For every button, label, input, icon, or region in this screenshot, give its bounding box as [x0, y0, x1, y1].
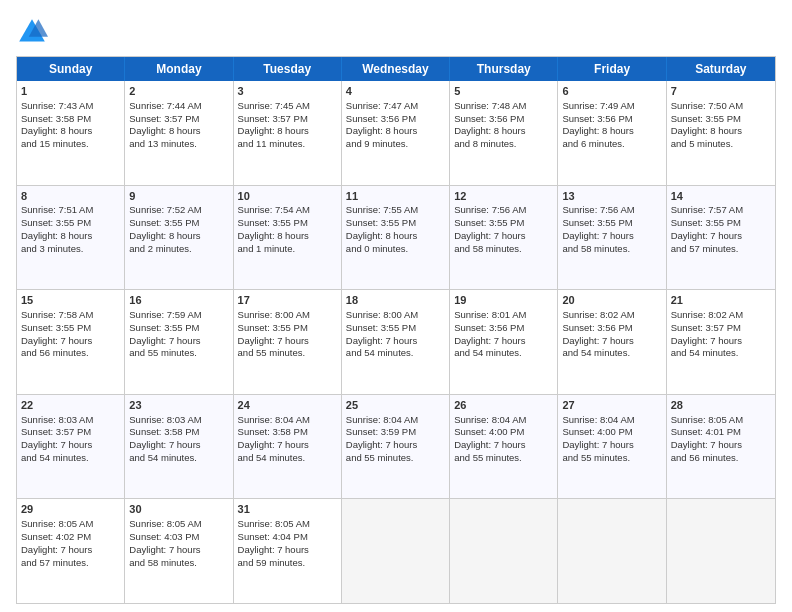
- daylight-value: and 55 minutes.: [562, 452, 630, 463]
- calendar-cell: 6Sunrise: 7:49 AMSunset: 3:56 PMDaylight…: [558, 81, 666, 185]
- calendar-row: 1Sunrise: 7:43 AMSunset: 3:58 PMDaylight…: [17, 81, 775, 186]
- sunrise-label: Sunrise: 8:03 AM: [129, 414, 201, 425]
- sunrise-label: Sunrise: 8:00 AM: [346, 309, 418, 320]
- calendar-cell: 3Sunrise: 7:45 AMSunset: 3:57 PMDaylight…: [234, 81, 342, 185]
- day-number: 24: [238, 398, 337, 413]
- day-number: 3: [238, 84, 337, 99]
- sunset-label: Sunset: 3:55 PM: [238, 322, 308, 333]
- daylight-label: Daylight: 7 hours: [346, 335, 417, 346]
- sunrise-label: Sunrise: 7:56 AM: [562, 204, 634, 215]
- day-number: 26: [454, 398, 553, 413]
- day-number: 22: [21, 398, 120, 413]
- sunset-label: Sunset: 3:55 PM: [346, 322, 416, 333]
- sunset-label: Sunset: 4:00 PM: [562, 426, 632, 437]
- daylight-value: and 54 minutes.: [346, 347, 414, 358]
- calendar-row: 29Sunrise: 8:05 AMSunset: 4:02 PMDayligh…: [17, 499, 775, 603]
- day-number: 9: [129, 189, 228, 204]
- sunset-label: Sunset: 3:57 PM: [671, 322, 741, 333]
- sunrise-label: Sunrise: 8:02 AM: [671, 309, 743, 320]
- sunset-label: Sunset: 4:02 PM: [21, 531, 91, 542]
- daylight-label: Daylight: 7 hours: [238, 544, 309, 555]
- daylight-label: Daylight: 7 hours: [671, 335, 742, 346]
- sunrise-label: Sunrise: 7:45 AM: [238, 100, 310, 111]
- daylight-value: and 3 minutes.: [21, 243, 83, 254]
- calendar-cell: 10Sunrise: 7:54 AMSunset: 3:55 PMDayligh…: [234, 186, 342, 290]
- sunrise-label: Sunrise: 7:47 AM: [346, 100, 418, 111]
- day-number: 8: [21, 189, 120, 204]
- day-number: 6: [562, 84, 661, 99]
- sunrise-label: Sunrise: 8:04 AM: [562, 414, 634, 425]
- daylight-label: Daylight: 8 hours: [671, 125, 742, 136]
- calendar-cell: 2Sunrise: 7:44 AMSunset: 3:57 PMDaylight…: [125, 81, 233, 185]
- sunrise-label: Sunrise: 8:04 AM: [346, 414, 418, 425]
- calendar-cell: [667, 499, 775, 603]
- sunrise-label: Sunrise: 8:00 AM: [238, 309, 310, 320]
- sunset-label: Sunset: 3:59 PM: [346, 426, 416, 437]
- sunrise-label: Sunrise: 8:05 AM: [238, 518, 310, 529]
- daylight-value: and 55 minutes.: [238, 347, 306, 358]
- calendar-cell: [558, 499, 666, 603]
- calendar-cell: 22Sunrise: 8:03 AMSunset: 3:57 PMDayligh…: [17, 395, 125, 499]
- daylight-value: and 5 minutes.: [671, 138, 733, 149]
- calendar-cell: 30Sunrise: 8:05 AMSunset: 4:03 PMDayligh…: [125, 499, 233, 603]
- calendar-header-cell: Thursday: [450, 57, 558, 81]
- calendar-row: 15Sunrise: 7:58 AMSunset: 3:55 PMDayligh…: [17, 290, 775, 395]
- calendar-cell: [342, 499, 450, 603]
- sunset-label: Sunset: 3:55 PM: [129, 322, 199, 333]
- sunrise-label: Sunrise: 8:02 AM: [562, 309, 634, 320]
- day-number: 13: [562, 189, 661, 204]
- daylight-label: Daylight: 7 hours: [454, 335, 525, 346]
- daylight-value: and 54 minutes.: [129, 452, 197, 463]
- sunrise-label: Sunrise: 7:54 AM: [238, 204, 310, 215]
- daylight-value: and 9 minutes.: [346, 138, 408, 149]
- sunset-label: Sunset: 4:03 PM: [129, 531, 199, 542]
- calendar-cell: 8Sunrise: 7:51 AMSunset: 3:55 PMDaylight…: [17, 186, 125, 290]
- calendar-cell: 16Sunrise: 7:59 AMSunset: 3:55 PMDayligh…: [125, 290, 233, 394]
- daylight-value: and 6 minutes.: [562, 138, 624, 149]
- sunset-label: Sunset: 3:55 PM: [562, 217, 632, 228]
- sunrise-label: Sunrise: 8:04 AM: [238, 414, 310, 425]
- calendar-cell: 14Sunrise: 7:57 AMSunset: 3:55 PMDayligh…: [667, 186, 775, 290]
- calendar-cell: 11Sunrise: 7:55 AMSunset: 3:55 PMDayligh…: [342, 186, 450, 290]
- sunset-label: Sunset: 4:01 PM: [671, 426, 741, 437]
- daylight-label: Daylight: 7 hours: [562, 230, 633, 241]
- calendar: SundayMondayTuesdayWednesdayThursdayFrid…: [16, 56, 776, 604]
- calendar-cell: 23Sunrise: 8:03 AMSunset: 3:58 PMDayligh…: [125, 395, 233, 499]
- daylight-value: and 57 minutes.: [21, 557, 89, 568]
- day-number: 15: [21, 293, 120, 308]
- sunset-label: Sunset: 4:04 PM: [238, 531, 308, 542]
- day-number: 20: [562, 293, 661, 308]
- daylight-value: and 55 minutes.: [346, 452, 414, 463]
- calendar-cell: 29Sunrise: 8:05 AMSunset: 4:02 PMDayligh…: [17, 499, 125, 603]
- daylight-value: and 1 minute.: [238, 243, 296, 254]
- day-number: 17: [238, 293, 337, 308]
- calendar-header-cell: Wednesday: [342, 57, 450, 81]
- sunrise-label: Sunrise: 7:52 AM: [129, 204, 201, 215]
- sunrise-label: Sunrise: 7:59 AM: [129, 309, 201, 320]
- sunrise-label: Sunrise: 7:57 AM: [671, 204, 743, 215]
- daylight-label: Daylight: 7 hours: [238, 439, 309, 450]
- daylight-label: Daylight: 8 hours: [346, 230, 417, 241]
- calendar-cell: 15Sunrise: 7:58 AMSunset: 3:55 PMDayligh…: [17, 290, 125, 394]
- daylight-label: Daylight: 8 hours: [129, 230, 200, 241]
- day-number: 28: [671, 398, 771, 413]
- day-number: 2: [129, 84, 228, 99]
- daylight-value: and 15 minutes.: [21, 138, 89, 149]
- sunset-label: Sunset: 3:56 PM: [346, 113, 416, 124]
- day-number: 19: [454, 293, 553, 308]
- sunset-label: Sunset: 3:55 PM: [21, 322, 91, 333]
- day-number: 18: [346, 293, 445, 308]
- sunrise-label: Sunrise: 7:58 AM: [21, 309, 93, 320]
- calendar-header-cell: Tuesday: [234, 57, 342, 81]
- sunset-label: Sunset: 3:55 PM: [671, 217, 741, 228]
- day-number: 25: [346, 398, 445, 413]
- sunset-label: Sunset: 3:56 PM: [562, 113, 632, 124]
- daylight-value: and 54 minutes.: [671, 347, 739, 358]
- calendar-cell: 24Sunrise: 8:04 AMSunset: 3:58 PMDayligh…: [234, 395, 342, 499]
- daylight-label: Daylight: 7 hours: [671, 230, 742, 241]
- sunset-label: Sunset: 3:55 PM: [129, 217, 199, 228]
- sunrise-label: Sunrise: 8:04 AM: [454, 414, 526, 425]
- sunset-label: Sunset: 3:58 PM: [21, 113, 91, 124]
- sunset-label: Sunset: 3:55 PM: [346, 217, 416, 228]
- daylight-label: Daylight: 7 hours: [129, 439, 200, 450]
